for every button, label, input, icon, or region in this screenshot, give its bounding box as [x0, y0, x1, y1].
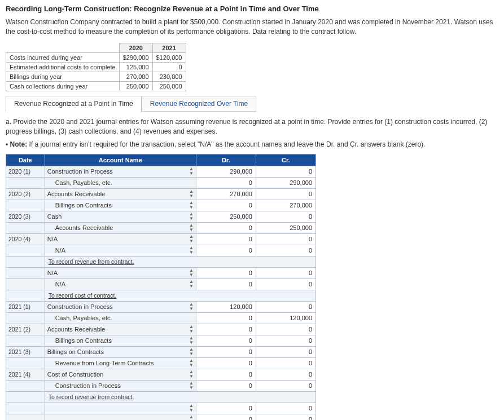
account-select[interactable]: N/A▲ ▼ — [45, 245, 196, 256]
date-cell: 2020 (4) — [6, 233, 45, 245]
dr-input[interactable]: 0 — [196, 335, 256, 346]
note-text: Note: If a journal entry isn't required … — [6, 140, 498, 148]
journal-entries-table: Date Account Name Dr. Cr. 2020 (1)Constr… — [6, 154, 316, 420]
hdr-date: Date — [6, 154, 45, 166]
dr-input[interactable]: 270,000 — [196, 188, 256, 200]
dropdown-caret-icon: ▲ ▼ — [189, 268, 194, 277]
cr-input[interactable]: 0 — [256, 278, 315, 290]
data-row: Costs incurred during year $290,000 $120… — [6, 52, 186, 62]
dropdown-caret-icon: ▲ ▼ — [189, 347, 194, 356]
account-select[interactable]: N/A▲ ▼ — [45, 278, 196, 290]
dr-input[interactable]: 0 — [196, 346, 256, 357]
cr-input[interactable]: 290,000 — [256, 177, 315, 188]
account-select[interactable]: Accounts Receivable▲ ▼ — [45, 324, 196, 335]
cr-input[interactable]: 0 — [256, 324, 315, 335]
cr-input[interactable]: 0 — [256, 346, 315, 357]
hdr-account: Account Name — [45, 154, 196, 166]
dr-input[interactable]: 0 — [196, 177, 256, 188]
account-select[interactable]: Billings on Contracts▲ ▼ — [45, 335, 196, 346]
account-select[interactable]: Billings on Contracts▲ ▼ — [45, 346, 196, 357]
data-row: Cash collections during year 250,000 250… — [6, 81, 186, 91]
date-cell — [6, 391, 45, 403]
journal-row: Construction in Process▲ ▼00 — [6, 380, 316, 391]
cr-input[interactable]: 250,000 — [256, 222, 315, 233]
journal-row: N/A▲ ▼00 — [6, 278, 316, 290]
account-select[interactable]: Construction in Process▲ ▼ — [45, 166, 196, 177]
dr-input[interactable]: 0 — [196, 233, 256, 245]
date-cell — [6, 222, 45, 233]
journal-row: Billings on Contracts▲ ▼0270,000 — [6, 200, 316, 211]
col-2021: 2021 — [152, 43, 186, 52]
journal-row: ▲ ▼00 — [6, 414, 316, 420]
dr-input[interactable]: 0 — [196, 357, 256, 369]
date-cell — [6, 335, 45, 346]
date-cell — [6, 256, 45, 267]
account-select[interactable]: Construction in Process▲ ▼ — [45, 380, 196, 391]
dr-input[interactable]: 0 — [196, 414, 256, 420]
journal-row: To record revenue from contract. — [6, 391, 316, 403]
cr-input[interactable]: 0 — [256, 403, 315, 414]
dr-input[interactable]: 250,000 — [196, 211, 256, 222]
intro-text: Watson Construction Company contracted t… — [6, 17, 498, 37]
cr-input[interactable]: 0 — [256, 211, 315, 222]
tab-over-time[interactable]: Revenue Recognized Over Time — [142, 96, 256, 112]
date-cell: 2020 (3) — [6, 211, 45, 222]
cr-input[interactable]: 0 — [256, 414, 315, 420]
account-select[interactable]: Revenue from Long-Term Contracts▲ ▼ — [45, 357, 196, 369]
dropdown-caret-icon: ▲ ▼ — [189, 404, 194, 413]
cr-input[interactable]: 0 — [256, 245, 315, 256]
dr-input[interactable]: 0 — [196, 278, 256, 290]
journal-row: 2020 (1)Construction in Process▲ ▼290,00… — [6, 166, 316, 177]
contract-data-table: 2020 2021 Costs incurred during year $29… — [6, 43, 186, 91]
dr-input[interactable]: 0 — [196, 312, 256, 324]
account-select[interactable]: Billings on Contracts▲ ▼ — [45, 200, 196, 211]
cr-input[interactable]: 0 — [256, 188, 315, 200]
account-select[interactable]: Cost of Construction▲ ▼ — [45, 369, 196, 380]
journal-row: Accounts Receivable▲ ▼0250,000 — [6, 222, 316, 233]
account-select[interactable]: N/A▲ ▼ — [45, 267, 196, 278]
cr-input[interactable]: 120,000 — [256, 312, 315, 324]
cr-input[interactable]: 0 — [256, 335, 315, 346]
dr-input[interactable]: 0 — [196, 369, 256, 380]
account-select[interactable]: N/A▲ ▼ — [45, 233, 196, 245]
dr-input[interactable]: 0 — [196, 222, 256, 233]
dr-input[interactable]: 290,000 — [196, 166, 256, 177]
cr-input[interactable]: 0 — [256, 357, 315, 369]
account-select[interactable]: ▲ ▼ — [45, 403, 196, 414]
cr-input[interactable]: 0 — [256, 369, 315, 380]
date-cell — [6, 177, 45, 188]
date-cell: 2021 (4) — [6, 369, 45, 380]
journal-row: 2021 (4)Cost of Construction▲ ▼00 — [6, 369, 316, 380]
date-cell: 2020 (1) — [6, 166, 45, 177]
cr-input[interactable]: 0 — [256, 166, 315, 177]
dropdown-caret-icon: ▲ ▼ — [189, 359, 194, 368]
hdr-dr: Dr. — [196, 154, 256, 166]
dr-input[interactable]: 0 — [196, 324, 256, 335]
account-select[interactable]: ▲ ▼ — [45, 414, 196, 420]
account-select[interactable]: Cash▲ ▼ — [45, 211, 196, 222]
account-select[interactable]: Construction in Process▲ ▼ — [45, 301, 196, 312]
dr-input[interactable]: 0 — [196, 380, 256, 391]
cr-input[interactable]: 270,000 — [256, 200, 315, 211]
question-prompt: a. Provide the 2020 and 2021 journal ent… — [6, 117, 498, 137]
memo-cell: To record revenue from contract. — [45, 391, 315, 403]
memo-cell: To record revenue from contract. — [45, 256, 315, 267]
dr-input[interactable]: 0 — [196, 403, 256, 414]
date-cell — [6, 267, 45, 278]
date-cell — [6, 200, 45, 211]
cr-input[interactable]: 0 — [256, 267, 315, 278]
dr-input[interactable]: 0 — [196, 200, 256, 211]
journal-row: 2020 (3)Cash▲ ▼250,0000 — [6, 211, 316, 222]
dropdown-caret-icon: ▲ ▼ — [189, 189, 194, 198]
account-select[interactable]: Accounts Receivable▲ ▼ — [45, 188, 196, 200]
dropdown-caret-icon: ▲ ▼ — [189, 370, 194, 379]
cr-input[interactable]: 0 — [256, 380, 315, 391]
cr-input[interactable]: 0 — [256, 301, 315, 312]
dr-input[interactable]: 120,000 — [196, 301, 256, 312]
journal-row: Cash, Payables, etc.0290,000 — [6, 177, 316, 188]
dr-input[interactable]: 0 — [196, 245, 256, 256]
cr-input[interactable]: 0 — [256, 233, 315, 245]
account-select[interactable]: Accounts Receivable▲ ▼ — [45, 222, 196, 233]
tab-point-in-time[interactable]: Revenue Recognized at a Point in Time — [6, 96, 142, 112]
dr-input[interactable]: 0 — [196, 267, 256, 278]
